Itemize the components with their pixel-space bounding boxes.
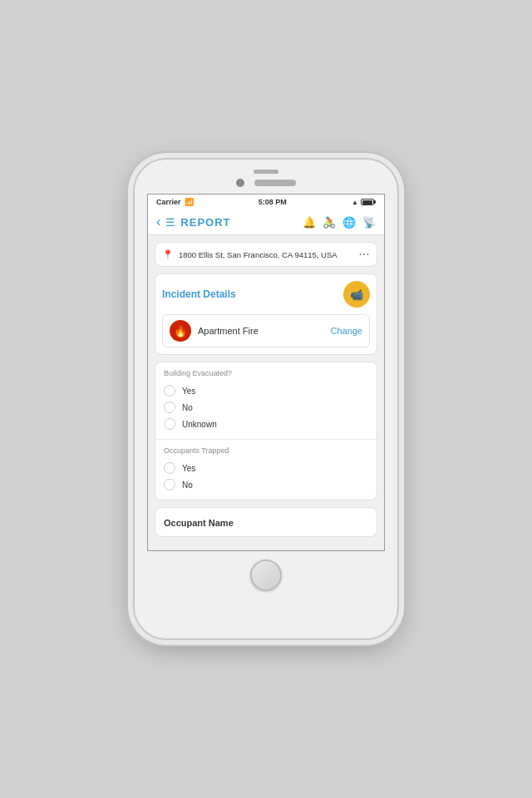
nav-icons: 🔔 🚴 🌐 📡: [303, 216, 376, 229]
bike-icon[interactable]: 🚴: [323, 216, 336, 229]
building-evacuated-group: Building Evacuated? Yes No Unknown: [155, 362, 377, 440]
menu-button[interactable]: ☰: [165, 216, 175, 229]
status-bar-right: ▲: [352, 199, 376, 206]
form-section: Building Evacuated? Yes No Unknown: [155, 362, 377, 500]
camera: [236, 179, 244, 187]
incident-section: Incident Details 📹 🔥 Apartment Fire Chan…: [155, 273, 377, 355]
occupant-name-section: Occupant Name: [155, 507, 377, 537]
notification-icon[interactable]: 🔔: [303, 216, 316, 229]
video-camera-icon: 📹: [350, 288, 363, 301]
home-button-area: [250, 559, 282, 591]
address-text: 1800 Ellis St, San Francisco, CA 94115, …: [179, 250, 354, 259]
trapped-no-radio[interactable]: [164, 479, 175, 490]
phone-screen: Carrier 📶 5:08 PM ▲ ‹ ☰ REPORT 🔔 �: [147, 194, 385, 551]
occupants-trapped-label: Occupants Trapped: [164, 446, 368, 455]
battery-icon: [361, 199, 376, 205]
globe-icon[interactable]: 🌐: [342, 216, 356, 229]
status-bar-left: Carrier 📶: [156, 198, 194, 206]
evacuated-unknown-radio[interactable]: [164, 418, 175, 430]
evacuated-yes-radio[interactable]: [164, 385, 175, 397]
address-bar: 📍 1800 Ellis St, San Francisco, CA 94115…: [155, 242, 377, 267]
nav-bar: ‹ ☰ REPORT 🔔 🚴 🌐 📡: [148, 209, 384, 235]
occupant-name-label: Occupant Name: [164, 518, 234, 528]
evacuated-unknown-option[interactable]: Unknown: [164, 416, 368, 432]
trapped-no-option[interactable]: No: [164, 476, 368, 493]
incident-type-label: Apartment Fire: [198, 326, 323, 336]
evacuated-yes-label: Yes: [182, 387, 195, 396]
carrier-label: Carrier: [156, 198, 181, 206]
trapped-yes-option[interactable]: Yes: [164, 460, 368, 476]
incident-type-row: 🔥 Apartment Fire Change: [162, 314, 370, 347]
trapped-no-label: No: [182, 480, 193, 490]
change-button[interactable]: Change: [330, 326, 362, 336]
video-button[interactable]: 📹: [343, 281, 370, 308]
location-status-icon: ▲: [352, 199, 358, 206]
building-evacuated-label: Building Evacuated?: [164, 369, 368, 377]
nav-title: REPORT: [180, 216, 303, 229]
evacuated-yes-option[interactable]: Yes: [164, 382, 368, 399]
phone-frame: Carrier 📶 5:08 PM ▲ ‹ ☰ REPORT 🔔 �: [133, 158, 399, 640]
trapped-yes-radio[interactable]: [164, 462, 175, 474]
occupants-trapped-group: Occupants Trapped Yes No: [155, 440, 377, 500]
earpiece: [254, 180, 296, 186]
address-more-button[interactable]: ···: [359, 249, 370, 260]
home-button[interactable]: [250, 559, 282, 591]
wifi-icon: 📶: [185, 198, 194, 206]
fire-icon: 🔥: [170, 320, 191, 342]
location-pin-icon: 📍: [162, 249, 174, 260]
evacuated-no-label: No: [182, 403, 193, 412]
status-bar: Carrier 📶 5:08 PM ▲: [148, 195, 384, 209]
status-bar-time: 5:08 PM: [259, 198, 287, 206]
evacuated-no-radio[interactable]: [164, 401, 175, 413]
incident-header: Incident Details 📹: [162, 281, 370, 308]
evacuated-no-option[interactable]: No: [164, 399, 368, 416]
incident-title: Incident Details: [162, 288, 236, 300]
trapped-yes-label: Yes: [182, 464, 195, 473]
content-area: 📍 1800 Ellis St, San Francisco, CA 94115…: [148, 235, 384, 550]
back-button[interactable]: ‹: [156, 214, 160, 229]
evacuated-unknown-label: Unknown: [182, 420, 217, 429]
camera-row: [236, 179, 296, 187]
speaker-top: [254, 170, 278, 174]
signal-icon[interactable]: 📡: [362, 216, 376, 229]
fire-emoji: 🔥: [174, 325, 187, 337]
